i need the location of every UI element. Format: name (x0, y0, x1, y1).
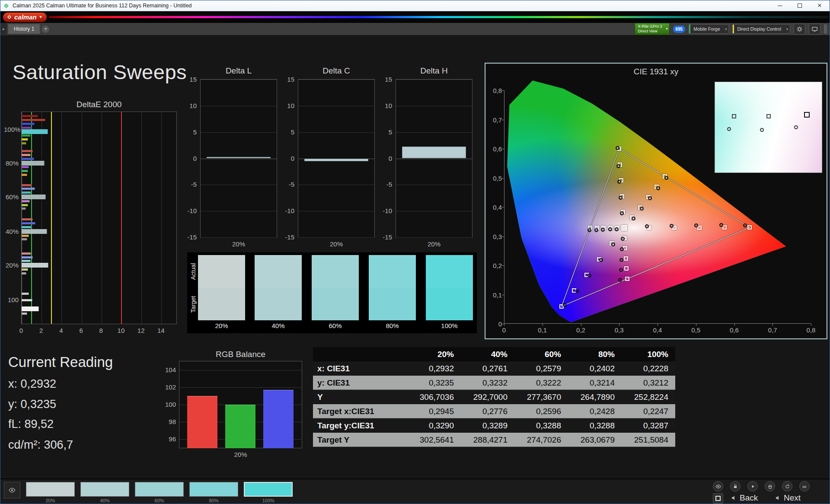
speaker-icon (775, 494, 782, 503)
measured-marker (743, 223, 747, 227)
measured-marker (587, 274, 591, 278)
actual-row-label: Actual (190, 258, 197, 285)
play-icon (750, 484, 755, 489)
cie-y-tick: 0,8 (487, 87, 502, 94)
table-cell: 0,3232 (461, 376, 514, 390)
table-header-cell: 80% (568, 347, 622, 361)
patch-thumbnail-100%[interactable] (244, 482, 293, 497)
deltae-bar (22, 256, 33, 258)
delta-l-title: Delta L (200, 66, 277, 76)
sidebar-toggle-button[interactable]: ▸ (0, 23, 7, 35)
cie-y-tick: 0,3 (487, 233, 502, 240)
table-row-label: Target Y (313, 433, 407, 447)
next-button[interactable]: Next (784, 493, 801, 503)
delta-y-tick: 15 (280, 76, 294, 83)
home-button[interactable] (765, 481, 775, 491)
rgb-y-tick: 104 (160, 366, 176, 373)
cie-y-tickmark (502, 295, 504, 295)
close-button[interactable]: × (810, 0, 830, 11)
delta-h-title: Delta H (396, 66, 472, 76)
stop-pattern-button[interactable] (713, 493, 723, 504)
eye-icon (9, 487, 16, 494)
deltae-bar (22, 222, 35, 224)
table-cell: 0,3235 (407, 376, 461, 390)
add-tab-button[interactable]: + (42, 26, 49, 33)
swatch-label: 40% (255, 322, 302, 329)
delta-gridline (396, 237, 472, 238)
maximize-button[interactable] (790, 0, 810, 11)
delta-y-tick: 0 (377, 155, 392, 162)
table-cell: 0,2596 (514, 404, 568, 418)
source-dropdown[interactable]: Mobile Forge ▾ (689, 24, 729, 34)
delta-h-chart: Delta H 20% 151050-5-10-15 (377, 66, 473, 252)
cie-y-tick: 0,6 (487, 145, 502, 153)
deltae-plot (21, 112, 177, 324)
table-cell: 292,7000 (461, 390, 514, 404)
rgb-x-label: 20% (179, 451, 302, 458)
cie-x-tick: 0,3 (611, 326, 627, 334)
settings-button[interactable] (794, 24, 805, 35)
table-row-label: y: CIE31 (313, 376, 407, 390)
display-control-dropdown[interactable]: Direct Display Control ▾ (732, 24, 790, 34)
table-cell: 0,3290 (407, 418, 461, 433)
swatch-target (426, 288, 473, 321)
patch-thumbnail-label: 80% (189, 498, 238, 503)
delta-gridline (298, 80, 374, 80)
delta-y-tick: -15 (182, 233, 197, 241)
table-header-cell: 20% (407, 347, 461, 361)
table-cell: 0,3288 (514, 418, 568, 433)
loop-button[interactable]: ∞ (799, 481, 810, 491)
measured-marker (621, 237, 625, 241)
lock-button[interactable] (730, 481, 741, 491)
white-point-marker (621, 225, 627, 231)
swatch-actual (255, 255, 302, 288)
panel-handle[interactable] (824, 24, 827, 34)
delta-gridline (201, 159, 277, 159)
refresh-button[interactable] (782, 481, 792, 491)
cie-x-tickmark (773, 324, 773, 326)
rgb-title: RGB Balance (179, 350, 302, 359)
delta-gridline (201, 132, 277, 133)
minimize-button[interactable] (770, 0, 790, 11)
delta-y-tick: -5 (182, 181, 197, 188)
display-button[interactable] (809, 24, 820, 35)
inset-measured-marker (760, 128, 764, 132)
deltae-bar (22, 142, 26, 144)
patch-thumbnail-label: 20% (26, 498, 75, 503)
deltae-bar (22, 293, 29, 295)
delta-gridline (396, 132, 472, 133)
meter-count-badge: 695 (673, 26, 686, 33)
back-button[interactable]: Back (740, 493, 758, 503)
patch-thumbnail-40%[interactable] (80, 482, 129, 497)
delta-gridline (298, 132, 374, 133)
play-button[interactable] (747, 481, 758, 491)
swatch-20% (198, 255, 245, 320)
table-cell: 0,2402 (568, 361, 622, 376)
patch-thumbnail-label: 100% (244, 498, 293, 503)
delta-y-tick: -15 (377, 233, 392, 241)
patch-thumbnail-60%[interactable] (135, 482, 184, 497)
preview-tile[interactable] (4, 482, 20, 498)
table-cell: 274,7026 (514, 433, 568, 447)
measured-marker (664, 176, 668, 180)
cie-y-tickmark (502, 324, 504, 324)
patch-thumbnail-20%[interactable] (26, 482, 75, 497)
swatch-actual (312, 255, 359, 288)
monitor-icon (811, 26, 818, 32)
delta-y-tick: -5 (377, 181, 392, 188)
patch-thumbnail-80%[interactable] (189, 482, 238, 497)
deltae-x-tick: 8 (95, 327, 107, 334)
target-marker (625, 277, 629, 281)
cie-x-tick: 0,6 (727, 326, 742, 334)
tab-history[interactable]: History 1 (8, 24, 40, 34)
meter-dropdown[interactable]: X-Rite i1Pro 3 Direct View ▾ (635, 23, 669, 35)
table-cell: 263,0679 (568, 433, 622, 447)
table-cell: 0,3212 (622, 376, 675, 390)
delta_l-bar (207, 157, 271, 159)
table-cell: 264,7890 (568, 390, 622, 404)
home-icon (767, 484, 773, 489)
reading-x: x: 0,2932 (8, 377, 56, 391)
table-header-cell: 40% (461, 347, 514, 361)
calman-logo-button[interactable]: calman ▾ (3, 13, 47, 22)
eye-button[interactable] (713, 481, 723, 491)
